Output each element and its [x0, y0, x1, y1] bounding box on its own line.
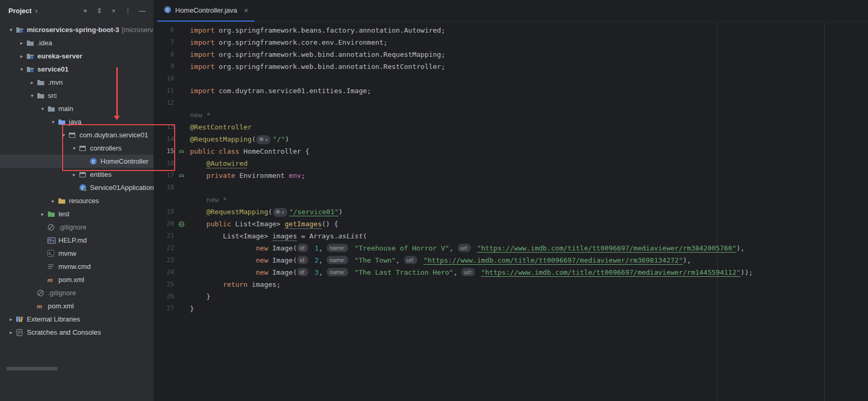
code-line-18: 18 — [154, 182, 868, 194]
token-str: "The Last Traction Hero" — [355, 268, 453, 276]
tree-item-pom-xml[interactable]: mpom.xml — [0, 273, 154, 286]
chevron-right-icon[interactable]: ▸ — [17, 53, 26, 59]
editor-tab-homecontroller[interactable]: C HomeController.java × — [157, 0, 255, 22]
tree-item-gitignore[interactable]: .gitignore — [0, 220, 154, 234]
tree-item-test[interactable]: ▸test — [0, 207, 154, 220]
tree-item-mvn[interactable]: ▸.mvn — [0, 76, 154, 89]
tree-item-entities[interactable]: ▸entities — [0, 168, 154, 181]
chevron-down-icon: ∨ — [35, 8, 38, 14]
endpoint-globe-inlay[interactable]: ⊕∨ — [273, 208, 287, 217]
code-text: new Image(id: 3, name: "The Last Tractio… — [190, 266, 753, 278]
tree-item-mvnw[interactable]: mvnw — [0, 247, 154, 260]
spring-gutter-icon[interactable] — [176, 148, 187, 155]
token-pl — [190, 280, 223, 288]
chevron-right-icon[interactable]: ▸ — [6, 316, 16, 322]
tree-item-controllers[interactable]: ▾controllers — [0, 142, 154, 155]
token-pl — [190, 232, 223, 240]
chevron-down-icon[interactable]: ▾ — [38, 106, 47, 112]
tree-item-mvnw-cmd[interactable]: mvnw.cmd — [0, 260, 154, 273]
endpoint-gutter-icon[interactable] — [176, 221, 187, 227]
editor-tab-bar: C HomeController.java × — [154, 0, 868, 22]
tab-close-icon[interactable]: × — [244, 6, 248, 15]
ide-window: Project ∨ ⌖⇕×⋮— ▾microservices-spring-bo… — [0, 0, 868, 401]
token-pl — [190, 208, 206, 216]
line-number: 27 — [154, 303, 176, 315]
tree-item-label: Service01Application — [90, 184, 154, 192]
token-link: "https://www.imdb.com/title/tt0096697/me… — [481, 268, 740, 276]
folder-module-icon — [26, 53, 37, 59]
spring-gutter-icon[interactable] — [176, 173, 187, 179]
token-pl: Environment — [235, 172, 289, 179]
tree-item-src[interactable]: ▾src — [0, 89, 154, 102]
tree-item-eureka-server[interactable]: ▸eureka-server — [0, 49, 154, 63]
code-line-7: 7import org.springframework.core.env.Env… — [154, 36, 868, 48]
tree-item-external-libraries[interactable]: ▸External Libraries — [0, 313, 154, 326]
line-number: 16 — [154, 157, 176, 169]
token-pl — [190, 196, 206, 204]
chevron-right-icon[interactable]: ▸ — [27, 79, 37, 85]
chevron-right-icon[interactable]: ▸ — [69, 172, 79, 177]
tree-item-pom-xml[interactable]: mpom.xml — [0, 299, 154, 313]
code-line-25: 25 return images; — [154, 278, 868, 290]
chevron-down-icon[interactable]: ▾ — [69, 145, 79, 151]
chevron-down-icon[interactable]: ▾ — [6, 27, 16, 33]
more-options-icon[interactable]: ⋮ — [124, 7, 132, 15]
code-line-27: 27} — [154, 303, 868, 315]
tree-item-gitignore[interactable]: .gitignore — [0, 286, 154, 299]
tree-item-java[interactable]: ▾java — [0, 115, 154, 128]
line-number: 6 — [154, 24, 176, 36]
token-pl: Image( — [268, 256, 297, 264]
tree-item-service01application[interactable]: CService01Application — [0, 181, 154, 194]
tree-item-label: pom.xml — [58, 276, 84, 284]
endpoint-globe-inlay[interactable]: ⊕∨ — [256, 135, 270, 144]
tree-item-com-duytran-service01[interactable]: ▾com.duytran.service01 — [0, 128, 154, 142]
markdown-icon — [47, 237, 58, 244]
token-pl: ), — [736, 244, 745, 252]
folder-icon — [37, 92, 48, 99]
tree-item-scratches-and-consoles[interactable]: ▸Scratches and Consoles — [0, 326, 154, 339]
expand-collapse-icon[interactable]: ⇕ — [95, 7, 104, 15]
token-kw: import — [190, 26, 215, 34]
chevron-down-icon[interactable]: ▾ — [17, 66, 26, 72]
code-line-24: 24 new Image(id: 3, name: "The Last Trac… — [154, 266, 868, 278]
folder-module-icon — [26, 66, 37, 73]
tree-item-help-md[interactable]: HELP.md — [0, 234, 154, 247]
chevron-down-icon[interactable]: ▾ — [48, 119, 58, 125]
token-num: 1 — [315, 244, 319, 252]
inlay-hint-line: new * — [154, 194, 868, 206]
project-panel-title: Project — [8, 7, 32, 15]
hide-panel-icon[interactable]: — — [138, 7, 146, 15]
chevron-right-icon[interactable]: ▸ — [17, 40, 26, 46]
token-link: "https://www.imdb.com/title/tt0096697/me… — [477, 244, 736, 252]
tree-item-resources[interactable]: ▸resources — [0, 194, 154, 207]
locate-file-icon[interactable]: ⌖ — [81, 7, 89, 15]
chevron-down-icon[interactable]: ▾ — [59, 132, 68, 138]
token-pl: org.springframework.beans.factory.annota… — [215, 26, 445, 34]
tree-item-main[interactable]: ▾main — [0, 102, 154, 115]
tree-item-idea[interactable]: ▸.idea — [0, 36, 154, 49]
chevron-down-icon[interactable]: ▾ — [27, 93, 37, 98]
token-kw: import — [190, 87, 215, 95]
token-var: images — [272, 232, 297, 240]
cmd-icon — [47, 263, 58, 270]
horizontal-scrollbar-thumb[interactable] — [6, 367, 58, 370]
chevron-right-icon[interactable]: ▸ — [48, 198, 58, 204]
tree-item-homecontroller[interactable]: CHomeController — [0, 155, 154, 168]
token-pl: com.duytran.service01.entities.Image; — [215, 87, 371, 95]
chevron-right-icon[interactable]: ▸ — [38, 211, 47, 217]
project-view-selector[interactable]: Project ∨ — [8, 7, 38, 15]
code-line-8: 8import org.springframework.web.bind.ann… — [154, 48, 868, 61]
token-kw: private — [206, 172, 235, 179]
tree-item-microservices-spring-boot-3[interactable]: ▾microservices-spring-boot-3[microservic… — [0, 23, 154, 36]
tree-item-service01[interactable]: ▾service01 — [0, 63, 154, 76]
token-kw: new — [256, 256, 268, 264]
chevron-right-icon[interactable]: ▸ — [6, 329, 16, 335]
token-link: "/service01" — [289, 208, 339, 216]
code-line-20: 20 public List<Image> getImages() { — [154, 218, 868, 230]
token-pl: List<Image> — [231, 220, 285, 228]
code-text: } — [190, 290, 210, 303]
token-pl: ( — [268, 208, 272, 216]
collapse-all-icon[interactable]: × — [109, 7, 118, 15]
token-kw: new — [256, 268, 268, 276]
code-editor[interactable]: 6import org.springframework.beans.factor… — [154, 23, 868, 401]
